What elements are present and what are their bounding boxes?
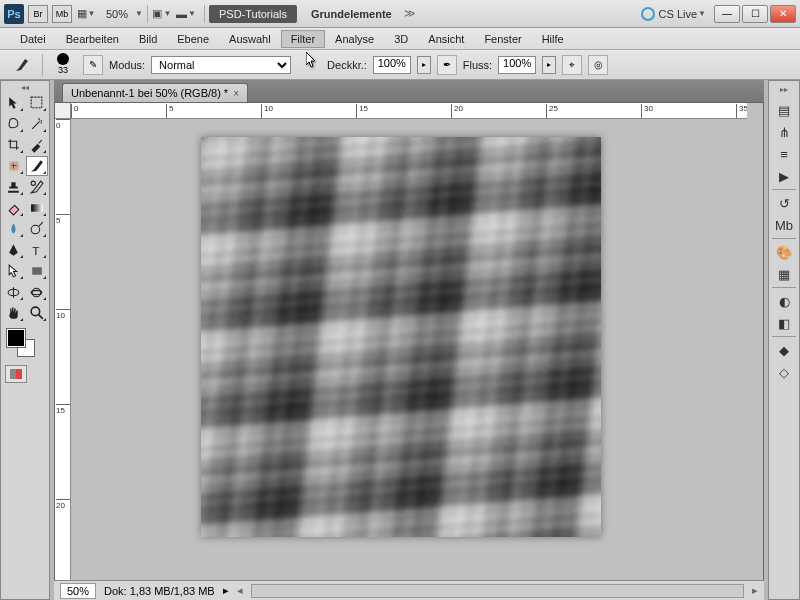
paths-panel-icon[interactable]: ◇ [772, 361, 796, 383]
type-tool[interactable]: T [26, 240, 48, 260]
document-canvas[interactable] [201, 137, 601, 537]
close-button[interactable]: ✕ [770, 5, 796, 23]
menu-bearbeiten[interactable]: Bearbeiten [56, 30, 129, 48]
screen-mode-icon[interactable]: ▬▼ [176, 5, 196, 23]
minibridge-launcher[interactable]: Mb [52, 5, 72, 23]
menu-3d[interactable]: 3D [384, 30, 418, 48]
ruler-tick: 30 [641, 104, 653, 118]
opacity-flyout-icon[interactable]: ▸ [417, 56, 431, 74]
menu-fenster[interactable]: Fenster [474, 30, 531, 48]
vertical-ruler[interactable]: 0510152025 [55, 119, 71, 583]
document-tab[interactable]: Unbenannt-1 bei 50% (RGB/8) * × [62, 83, 248, 102]
minimize-button[interactable]: — [714, 5, 740, 23]
adjustments-panel-icon[interactable]: ◐ [772, 290, 796, 312]
document-tab-bar: Unbenannt-1 bei 50% (RGB/8) * × [54, 80, 764, 102]
quick-mask-toggle[interactable] [5, 365, 27, 383]
channels-panel-icon[interactable]: ◆ [772, 339, 796, 361]
flow-flyout-icon[interactable]: ▸ [542, 56, 556, 74]
menu-bild[interactable]: Bild [129, 30, 167, 48]
masks-panel-icon[interactable]: ◧ [772, 312, 796, 334]
canvas-area: 05101520253035 0510152025 [54, 102, 764, 600]
application-titlebar: Ps Br Mb ▦▼ 50%▼ ▣▼ ▬▼ PSD-Tutorials Gru… [0, 0, 800, 28]
zoom-level-display[interactable]: 50% [106, 8, 128, 20]
menu-hilfe[interactable]: Hilfe [532, 30, 574, 48]
status-doc-size[interactable]: Dok: 1,83 MB/1,83 MB [104, 585, 215, 597]
eyedropper-tool[interactable] [26, 135, 48, 155]
zoom-dropdown-icon[interactable]: ▼ [135, 9, 143, 18]
marquee-tool[interactable] [26, 93, 48, 113]
hand-tool[interactable] [3, 303, 25, 323]
workspace-overflow-icon[interactable]: ≫ [404, 7, 416, 20]
ruler-tick: 35 [736, 104, 747, 118]
svg-rect-3 [31, 204, 43, 211]
menu-ebene[interactable]: Ebene [167, 30, 219, 48]
svg-rect-6 [32, 267, 42, 274]
healing-tool[interactable] [3, 156, 25, 176]
styles-panel-icon[interactable]: ▦ [772, 263, 796, 285]
brush-preset-picker[interactable]: 33 [49, 53, 77, 77]
play-panel-icon[interactable]: ▶ [772, 165, 796, 187]
status-zoom-field[interactable]: 50% [60, 583, 96, 599]
toolbox-collapse-icon[interactable]: ◂◂ [3, 83, 47, 93]
mb-panel-panel-icon[interactable]: Mb [772, 214, 796, 236]
blend-mode-select[interactable]: Normal [151, 56, 291, 74]
crop-tool[interactable] [3, 135, 25, 155]
menu-filter[interactable]: Filter [281, 30, 325, 48]
workspace-other-button[interactable]: Grundelemente [303, 5, 400, 23]
panel-collapse-icon[interactable]: ▸▸ [780, 85, 788, 95]
menu-ansicht[interactable]: Ansicht [418, 30, 474, 48]
status-bar: 50% Dok: 1,83 MB/1,83 MB ▸ ◂ ▸ [54, 580, 764, 600]
menu-auswahl[interactable]: Auswahl [219, 30, 281, 48]
menu-datei[interactable]: Datei [10, 30, 56, 48]
3d-orbit-tool[interactable] [26, 282, 48, 302]
svg-text:T: T [32, 244, 39, 257]
tablet-size-icon[interactable]: ◎ [588, 55, 608, 75]
color-swatches[interactable] [3, 327, 47, 361]
view-extras-icon[interactable]: ▦▼ [76, 5, 96, 23]
path-select-tool[interactable] [3, 261, 25, 281]
stamp-tool[interactable] [3, 177, 25, 197]
blur-tool[interactable] [3, 219, 25, 239]
airbrush-icon[interactable]: ⌖ [562, 55, 582, 75]
rectangle-tool[interactable] [26, 261, 48, 281]
separator [204, 5, 205, 23]
panel-separator [772, 287, 796, 288]
foreground-color-swatch[interactable] [7, 329, 25, 347]
wand-tool[interactable] [26, 114, 48, 134]
options-bar: 33 ✎ Modus: Normal Deckkr.: 100% ▸ ✒ Flu… [0, 50, 800, 80]
brush-tool[interactable] [26, 156, 48, 176]
minibridge-panel-icon[interactable]: ▤ [772, 99, 796, 121]
status-flyout-icon[interactable]: ▸ [223, 584, 229, 597]
cs-live-button[interactable]: CS Live▼ [641, 7, 706, 21]
workspace-active-button[interactable]: PSD-Tutorials [209, 5, 297, 23]
bridge-launcher[interactable]: Br [28, 5, 48, 23]
opacity-field[interactable]: 100% [373, 56, 411, 74]
lasso-tool[interactable] [3, 114, 25, 134]
zoom-tool[interactable] [26, 303, 48, 323]
tablet-opacity-icon[interactable]: ✒ [437, 55, 457, 75]
3d-rotate-tool[interactable] [3, 282, 25, 302]
arrange-documents-icon[interactable]: ▣▼ [152, 5, 172, 23]
canvas-viewport[interactable] [71, 119, 747, 599]
connect-panel-icon[interactable]: ⋔ [772, 121, 796, 143]
workspace-area: ◂◂ T Unbenannt-1 bei 50% (RGB/8) * × 051… [0, 80, 800, 600]
move-tool[interactable] [3, 93, 25, 113]
horizontal-scrollbar[interactable] [251, 584, 744, 598]
history-panel-icon[interactable]: ↺ [772, 192, 796, 214]
flow-field[interactable]: 100% [498, 56, 536, 74]
ruler-origin[interactable] [55, 103, 71, 119]
menu-analyse[interactable]: Analyse [325, 30, 384, 48]
eraser-tool[interactable] [3, 198, 25, 218]
pen-tool[interactable] [3, 240, 25, 260]
layers-ext-panel-icon[interactable]: ≡ [772, 143, 796, 165]
swatches-panel-icon[interactable]: 🎨 [772, 241, 796, 263]
gradient-tool[interactable] [26, 198, 48, 218]
brush-panel-toggle-icon[interactable]: ✎ [83, 55, 103, 75]
dodge-tool[interactable] [26, 219, 48, 239]
current-tool-brush-icon[interactable] [8, 54, 36, 76]
brush-size-label: 33 [58, 65, 68, 75]
close-tab-icon[interactable]: × [233, 88, 239, 99]
horizontal-ruler[interactable]: 05101520253035 [71, 103, 747, 119]
history-brush-tool[interactable] [26, 177, 48, 197]
maximize-button[interactable]: ☐ [742, 5, 768, 23]
